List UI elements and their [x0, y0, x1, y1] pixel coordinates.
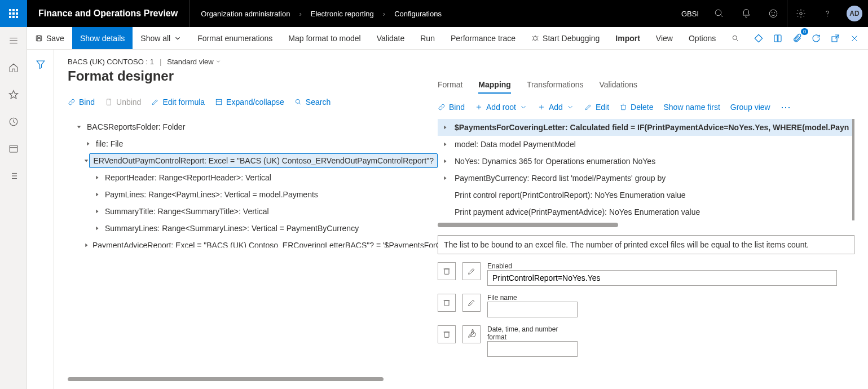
- search-icon[interactable]: [706, 0, 733, 27]
- attachments-icon[interactable]: 0: [788, 29, 806, 47]
- list-icon[interactable]: [5, 167, 23, 185]
- mapping-row[interactable]: model: Data model PaymentModel: [438, 136, 852, 153]
- tab-validations[interactable]: Validations: [600, 77, 637, 94]
- chevron-right-icon[interactable]: [442, 174, 449, 183]
- horizontal-scrollbar[interactable]: [68, 377, 384, 381]
- context-bar: BACS (UK) CONTOSO : 1 | Standard view: [68, 58, 438, 66]
- svg-marker-47: [96, 175, 98, 179]
- save-button[interactable]: Save: [27, 27, 72, 49]
- chevron-right-icon[interactable]: [83, 242, 89, 247]
- performance-trace-button[interactable]: Performance trace: [443, 27, 523, 49]
- edit-dateformat-button[interactable]: [462, 325, 481, 343]
- company-label[interactable]: GBSI: [675, 10, 706, 18]
- close-icon[interactable]: [845, 29, 863, 47]
- chevron-right-icon[interactable]: [83, 141, 92, 147]
- map-format-button[interactable]: Map format to model: [280, 27, 368, 49]
- chevron-right-icon[interactable]: [442, 123, 449, 132]
- dateformat-input[interactable]: [487, 341, 578, 357]
- tree-row[interactable]: SummaryLines: Range<SummaryLines>: Verti…: [68, 220, 438, 237]
- search-button[interactable]: Search: [294, 98, 331, 107]
- enabled-input[interactable]: [487, 270, 837, 286]
- tree-row[interactable]: PaymentAdviceReport: Excel = "BACS (UK) …: [68, 237, 438, 247]
- validate-button[interactable]: Validate: [369, 27, 413, 49]
- chevron-right-icon[interactable]: [442, 140, 449, 149]
- chevron-down-icon: [215, 59, 221, 64]
- help-icon[interactable]: [814, 0, 841, 27]
- delete-enabled-button[interactable]: [438, 262, 456, 280]
- menu-icon[interactable]: [5, 32, 23, 50]
- group-view-button[interactable]: Group view: [730, 103, 770, 112]
- bind-button[interactable]: Bind: [68, 98, 95, 107]
- tree-row[interactable]: SummaryTitle: Range<SummaryTitle>: Verti…: [68, 203, 438, 220]
- gear-icon[interactable]: [787, 0, 814, 27]
- tab-transformations[interactable]: Transformations: [527, 77, 584, 94]
- mapping-row[interactable]: NoYes: Dynamics 365 for Operations enume…: [438, 153, 852, 170]
- tree-row[interactable]: ERVendOutPaymControlReport: Excel = "BAC…: [68, 152, 438, 169]
- filename-input[interactable]: [487, 302, 578, 317]
- import-button[interactable]: Import: [607, 27, 648, 49]
- diamond-icon[interactable]: [750, 29, 768, 47]
- chevron-right-icon[interactable]: [92, 209, 102, 214]
- format-enumerations-button[interactable]: Format enumerations: [190, 27, 280, 49]
- enabled-label: Enabled: [487, 262, 837, 270]
- options-button[interactable]: Options: [681, 27, 724, 49]
- breadcrumb-item[interactable]: Electronic reporting: [311, 10, 374, 18]
- chevron-down-icon[interactable]: [83, 158, 89, 163]
- home-icon[interactable]: [5, 59, 23, 77]
- mapping-row[interactable]: Print control report(PrintControlReport)…: [438, 187, 852, 204]
- tree-row[interactable]: ReportHeader: Range<ReportHeader>: Verti…: [68, 169, 438, 186]
- tree-item-label: SummaryTitle: Range<SummaryTitle>: Verti…: [102, 205, 272, 218]
- chevron-right-icon[interactable]: [92, 226, 102, 231]
- breadcrumb-item[interactable]: Configurations: [394, 10, 442, 18]
- avatar[interactable]: AD: [847, 6, 862, 21]
- chevron-right-icon[interactable]: [442, 157, 449, 166]
- view-selector[interactable]: Standard view: [167, 58, 221, 66]
- add-root-button[interactable]: Add root: [475, 103, 527, 112]
- clock-icon[interactable]: [5, 113, 23, 131]
- svg-rect-56: [622, 105, 625, 110]
- star-icon[interactable]: [5, 86, 23, 104]
- tree-row[interactable]: PaymLines: Range<PaymLines>: Vertical = …: [68, 186, 438, 203]
- expand-collapse-button[interactable]: Expand/collapse: [215, 98, 284, 107]
- breadcrumb-item[interactable]: Organization administration: [201, 10, 290, 18]
- delete-dateformat-button[interactable]: [438, 325, 456, 343]
- chevron-right-icon[interactable]: [92, 175, 102, 180]
- smiley-icon[interactable]: [760, 0, 787, 27]
- show-details-button[interactable]: Show details: [72, 27, 133, 49]
- svg-point-0: [715, 10, 721, 16]
- tree-row[interactable]: file: File: [68, 135, 438, 152]
- delete-button[interactable]: Delete: [619, 103, 653, 112]
- bell-icon[interactable]: [733, 0, 760, 27]
- run-button[interactable]: Run: [412, 27, 443, 49]
- edit-filename-button[interactable]: [462, 294, 481, 312]
- more-icon[interactable]: ⋯: [781, 102, 791, 112]
- edit-button[interactable]: Edit: [584, 103, 609, 112]
- show-all-button[interactable]: Show all: [133, 27, 190, 49]
- command-search-icon[interactable]: [724, 27, 747, 49]
- horizontal-scrollbar[interactable]: [438, 223, 618, 227]
- filter-icon[interactable]: [32, 55, 50, 73]
- mapping-row[interactable]: $PaymentsForCoveringLetter: Calculated f…: [438, 119, 852, 136]
- tab-mapping[interactable]: Mapping: [478, 77, 511, 94]
- add-button[interactable]: Add: [537, 103, 574, 112]
- svg-marker-44: [77, 126, 81, 128]
- filter-rail: [27, 50, 54, 389]
- refresh-icon[interactable]: [807, 29, 825, 47]
- chevron-down-icon[interactable]: [74, 124, 83, 130]
- delete-filename-button[interactable]: [438, 294, 456, 312]
- module-icon[interactable]: [5, 140, 23, 158]
- show-name-first-button[interactable]: Show name first: [663, 103, 720, 112]
- start-debugging-button[interactable]: Start Debugging: [523, 27, 607, 49]
- mapping-row[interactable]: Print payment advice(PrintPaymentAdvice)…: [438, 204, 852, 220]
- tab-format[interactable]: Format: [438, 77, 462, 94]
- mapping-row[interactable]: PaymentByCurrency: Record list 'model/Pa…: [438, 170, 852, 187]
- edit-enabled-button[interactable]: [462, 262, 481, 280]
- view-button[interactable]: View: [648, 27, 681, 49]
- popout-icon[interactable]: [826, 29, 844, 47]
- chevron-right-icon[interactable]: [92, 192, 102, 197]
- book-icon[interactable]: [769, 29, 787, 47]
- tree-row[interactable]: BACSReportsFolder: Folder: [68, 118, 438, 135]
- edit-formula-button[interactable]: Edit formula: [151, 98, 205, 107]
- app-launcher[interactable]: [0, 0, 27, 27]
- bind-button-right[interactable]: Bind: [438, 103, 465, 112]
